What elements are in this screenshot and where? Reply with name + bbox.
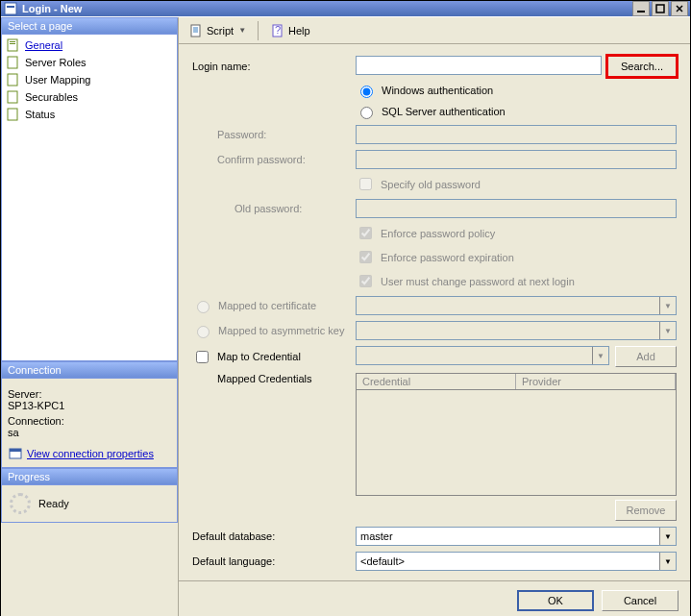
enforce-expire-checkbox: Enforce password expiration	[356, 248, 677, 266]
cancel-button[interactable]: Cancel	[602, 590, 679, 611]
password-label: Password:	[192, 129, 356, 140]
password-input	[356, 125, 677, 144]
map-asym-label: Mapped to asymmetric key	[218, 325, 344, 336]
svg-rect-1	[7, 6, 14, 8]
old-password-label: Old password:	[192, 203, 356, 214]
svg-rect-10	[8, 74, 17, 86]
sidebar-item-label: Status	[25, 109, 55, 120]
map-credential-label: Map to Credential	[217, 351, 301, 362]
default-database-select[interactable]: master▼	[356, 527, 677, 546]
specify-old-label: Specify old password	[381, 179, 481, 190]
sql-auth-input[interactable]	[360, 107, 373, 119]
credentials-grid-body	[356, 390, 677, 496]
chevron-down-icon: ▼	[592, 347, 608, 364]
enforce-policy-label: Enforce password policy	[381, 228, 495, 239]
sidebar-item-user-mapping[interactable]: User Mapping	[2, 71, 177, 88]
app-icon	[3, 1, 18, 16]
progress-status: Ready	[38, 498, 69, 509]
help-label: Help	[288, 25, 310, 37]
page-icon	[6, 107, 21, 122]
script-icon	[188, 23, 204, 38]
map-credential-cb[interactable]	[196, 351, 209, 363]
svg-rect-6	[8, 39, 17, 51]
must-change-label: User must change password at next login	[381, 276, 575, 287]
credentials-grid-header: Credential Provider	[356, 373, 677, 390]
page-icon	[6, 55, 21, 70]
login-name-label: Login name:	[192, 61, 356, 72]
map-cert-label: Mapped to certificate	[218, 300, 316, 311]
close-button[interactable]	[671, 1, 688, 16]
sidebar-item-general[interactable]: General	[2, 37, 177, 54]
help-button[interactable]: ? Help	[266, 21, 314, 40]
search-button[interactable]: Search...	[607, 56, 677, 77]
remove-button: Remove	[615, 500, 677, 521]
add-button: Add	[615, 346, 677, 367]
chevron-down-icon: ▼	[659, 322, 676, 339]
login-name-input[interactable]	[356, 56, 602, 75]
specify-old-cb	[359, 178, 372, 190]
connection-value: sa	[8, 427, 171, 438]
default-db-value: master	[357, 530, 659, 542]
titlebar: Login - New	[1, 1, 690, 16]
svg-text:?: ?	[275, 24, 281, 36]
chevron-down-icon[interactable]: ▼	[659, 553, 676, 570]
server-value: SP13-KPC1	[8, 400, 171, 411]
map-cert-radio	[197, 301, 210, 313]
enforce-expire-cb	[359, 251, 372, 263]
svg-rect-7	[10, 41, 15, 42]
mapped-credentials-label: Mapped Credentials	[192, 373, 356, 384]
minimize-button[interactable]	[632, 1, 650, 16]
default-lang-label: Default language:	[192, 555, 356, 567]
confirm-password-label: Confirm password:	[192, 154, 356, 165]
sidebar-item-status[interactable]: Status	[2, 106, 177, 123]
sidebar-item-label: User Mapping	[25, 74, 90, 86]
toolbar: Script ▼ ? Help	[179, 17, 690, 44]
credential-select: ▼	[356, 346, 609, 365]
default-db-label: Default database:	[192, 530, 356, 542]
ok-button[interactable]: OK	[517, 590, 594, 611]
progress-header: Progress	[1, 468, 178, 485]
sidebar-item-server-roles[interactable]: Server Roles	[2, 54, 177, 71]
old-password-input	[356, 199, 677, 218]
default-lang-value: <default>	[357, 555, 659, 567]
svg-rect-14	[10, 449, 21, 452]
sidebar-item-label: Server Roles	[25, 57, 86, 68]
server-label: Server:	[8, 388, 171, 400]
enforce-policy-cb	[359, 227, 372, 239]
login-new-dialog: Login - New Select a page General Server…	[0, 0, 691, 616]
help-icon: ?	[270, 23, 285, 38]
connection-label: Connection:	[8, 415, 171, 427]
sidebar-item-securables[interactable]: Securables	[2, 88, 177, 106]
sql-auth-radio[interactable]: SQL Server authentication	[356, 104, 677, 119]
svg-rect-9	[8, 57, 17, 68]
windows-auth-radio[interactable]: Windows authentication	[356, 83, 677, 98]
svg-rect-3	[656, 5, 664, 12]
window-title: Login - New	[22, 3, 630, 14]
asymmetric-key-select: ▼	[356, 321, 677, 340]
link-text: View connection properties	[27, 448, 154, 459]
chevron-down-icon: ▼	[659, 297, 676, 314]
script-label: Script	[207, 25, 234, 37]
sql-auth-label: SQL Server authentication	[382, 106, 506, 117]
connection-panel: Server: SP13-KPC1 Connection: sa View co…	[1, 379, 178, 468]
script-button[interactable]: Script ▼	[185, 21, 250, 40]
page-icon	[6, 89, 21, 105]
chevron-down-icon: ▼	[238, 26, 246, 35]
confirm-password-input	[356, 150, 677, 169]
specify-old-password-checkbox: Specify old password	[356, 175, 677, 193]
view-connection-properties-link[interactable]: View connection properties	[8, 446, 171, 461]
enforce-expire-label: Enforce password expiration	[381, 252, 514, 263]
maximize-button[interactable]	[652, 1, 669, 16]
dialog-button-bar: OK Cancel	[179, 580, 690, 616]
progress-panel: Ready	[1, 485, 178, 523]
must-change-checkbox: User must change password at next login	[356, 272, 677, 290]
svg-rect-12	[8, 109, 17, 120]
default-language-select[interactable]: <default>▼	[356, 552, 677, 571]
grid-col-provider: Provider	[516, 374, 676, 389]
chevron-down-icon[interactable]: ▼	[659, 528, 676, 545]
properties-icon	[8, 446, 23, 461]
certificate-select: ▼	[356, 296, 677, 315]
windows-auth-label: Windows authentication	[382, 85, 493, 96]
windows-auth-input[interactable]	[360, 86, 373, 98]
page-icon	[6, 72, 21, 87]
